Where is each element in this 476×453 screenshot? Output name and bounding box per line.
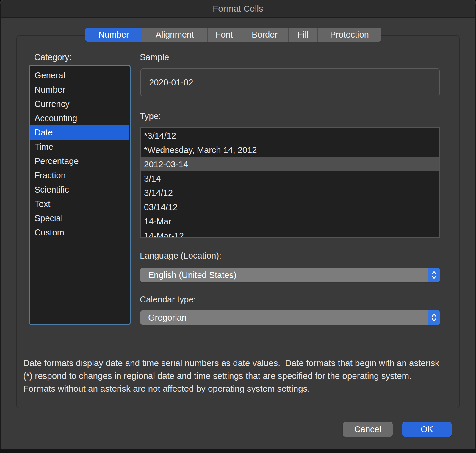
format-cells-dialog: Format Cells NumberAlignmentFontBorderFi…	[0, 0, 476, 449]
sample-label: Sample	[140, 52, 169, 62]
tab-protection[interactable]: Protection	[317, 28, 381, 42]
category-item-special[interactable]: Special	[30, 211, 129, 225]
tab-fill[interactable]: Fill	[288, 28, 317, 42]
format-description: Date formats display date and time seria…	[23, 357, 442, 395]
cancel-button[interactable]: Cancel	[343, 422, 393, 437]
category-label: Category:	[34, 52, 72, 62]
category-item-number[interactable]: Number	[30, 82, 129, 97]
type-item-14-mar-12[interactable]: 14-Mar-12	[141, 229, 439, 238]
language-label: Language (Location):	[140, 251, 221, 261]
tab-font[interactable]: Font	[207, 28, 241, 42]
calendar-type-value: Gregorian	[140, 313, 428, 323]
type-item-3-14[interactable]: 3/14	[141, 171, 439, 186]
category-item-percentage[interactable]: Percentage	[30, 154, 129, 168]
type-label: Type:	[140, 111, 161, 121]
category-item-currency[interactable]: Currency	[30, 97, 129, 111]
category-item-custom[interactable]: Custom	[30, 225, 129, 240]
type-item-2012-03-14[interactable]: 2012-03-14	[141, 157, 439, 171]
window-edge-bottom	[0, 449, 476, 453]
sample-value: 2020-01-02	[141, 78, 193, 88]
type-item-03-14-12[interactable]: 03/14/12	[141, 200, 439, 214]
category-list: GeneralNumberCurrencyAccountingDateTimeP…	[30, 66, 129, 324]
category-item-text[interactable]: Text	[30, 197, 129, 211]
category-listbox: GeneralNumberCurrencyAccountingDateTimeP…	[29, 65, 131, 325]
type-item-14-mar[interactable]: 14-Mar	[141, 214, 439, 229]
sample-box: 2020-01-02	[140, 68, 440, 96]
tab-border[interactable]: Border	[241, 28, 288, 42]
category-item-general[interactable]: General	[30, 68, 129, 82]
type-listbox: *3/14/12*Wednesday, March 14, 20122012-0…	[140, 127, 440, 238]
category-item-accounting[interactable]: Accounting	[30, 111, 129, 125]
tab-number[interactable]: Number	[85, 28, 142, 42]
window-title: Format Cells	[213, 4, 263, 14]
language-value: English (United States)	[140, 270, 428, 280]
calendar-type-label: Calendar type:	[140, 295, 196, 304]
tab-alignment[interactable]: Alignment	[142, 28, 207, 42]
type-item-wednesday-march-14-2012[interactable]: *Wednesday, March 14, 2012	[141, 143, 439, 157]
language-select[interactable]: English (United States)	[140, 268, 440, 282]
up-down-arrows-icon[interactable]	[428, 268, 440, 282]
tab-bar: NumberAlignmentFontBorderFillProtection	[85, 28, 381, 42]
calendar-type-select[interactable]: Gregorian	[140, 310, 440, 325]
window-edge-left	[0, 4, 1, 449]
type-list: *3/14/12*Wednesday, March 14, 20122012-0…	[141, 128, 439, 238]
ok-button[interactable]: OK	[402, 422, 452, 437]
up-down-arrows-icon[interactable]	[428, 310, 440, 325]
category-item-time[interactable]: Time	[30, 140, 129, 154]
titlebar: Format Cells	[0, 0, 476, 18]
background-scrollbar-artifact	[475, 80, 475, 449]
category-item-scientific[interactable]: Scientific	[30, 182, 129, 197]
category-item-date[interactable]: Date	[30, 125, 129, 140]
type-item-3-14-12[interactable]: 3/14/12	[141, 186, 439, 200]
type-item-3-14-12[interactable]: *3/14/12	[141, 129, 439, 143]
category-item-fraction[interactable]: Fraction	[30, 168, 129, 182]
